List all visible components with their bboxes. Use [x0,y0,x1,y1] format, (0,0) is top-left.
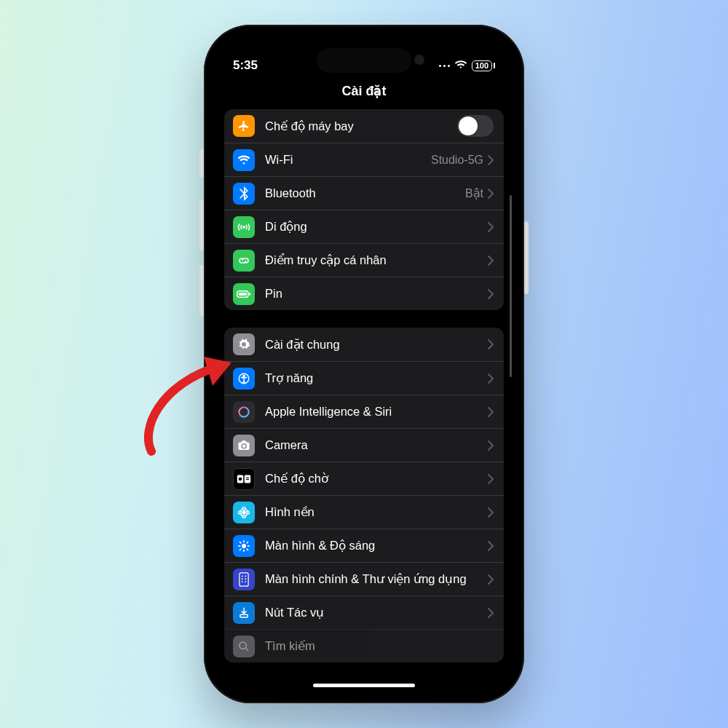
chevron-right-icon [488,474,494,484]
side-button-silent [199,149,204,178]
row-search[interactable]: Tìm kiếm [224,629,504,662]
brightness-icon [233,535,255,557]
chevron-right-icon [488,407,494,417]
battery-text: 100 [472,60,492,71]
gear-icon [233,333,255,355]
chevron-right-icon [488,155,494,165]
battery-icon [233,283,255,305]
svg-point-26 [242,581,243,582]
row-action-button[interactable]: Nút Tác vụ [224,596,504,629]
row-label: Apple Intelligence & Siri [265,405,488,419]
svg-rect-28 [240,614,248,617]
row-label: Tìm kiếm [265,639,494,653]
svg-point-11 [239,477,242,480]
chevron-right-icon [488,373,494,384]
siri-icon [233,401,255,423]
row-label: Màn hình & Độ sáng [265,539,488,553]
accessibility-icon [233,368,255,389]
standby-icon [233,468,255,490]
row-wifi[interactable]: Wi-Fi Studio-5G [224,143,504,176]
chevron-right-icon [488,339,494,349]
row-label: Di động [265,220,488,234]
svg-point-20 [242,544,246,548]
svg-rect-13 [246,479,249,480]
svg-point-27 [245,581,246,582]
link-icon [233,250,255,272]
row-detail: Studio-5G [431,154,483,167]
bluetooth-icon [233,183,255,205]
status-extra-icon [439,65,450,67]
row-bluetooth[interactable]: Bluetooth Bật [224,176,504,210]
svg-point-22 [242,575,243,577]
chevron-right-icon [488,507,494,518]
svg-point-14 [242,510,246,514]
chevron-right-icon [488,289,494,299]
antenna-icon [233,216,255,238]
svg-point-0 [243,226,245,227]
row-label: Trợ năng [265,371,488,385]
camera-icon [233,435,255,456]
row-home-screen[interactable]: Màn hình chính & Thư viện ứng dụng [224,562,504,596]
row-label: Bluetooth [265,186,465,200]
row-airplane-mode[interactable]: Chế độ máy bay [224,109,504,143]
row-label: Chế độ chờ [265,472,488,486]
wifi-icon [233,149,255,171]
svg-rect-21 [240,572,248,585]
settings-group-connectivity: Chế độ máy bay Wi-Fi Studio-5G Bluetooth [224,109,504,310]
side-button-vol-up [199,199,204,250]
battery-status: 100 [472,60,495,71]
chevron-right-icon [488,189,494,199]
chevron-right-icon [488,440,494,451]
svg-point-29 [240,642,246,649]
chevron-right-icon [488,574,494,585]
scrollbar[interactable] [510,195,512,377]
svg-point-23 [245,575,246,577]
airplane-icon [233,115,255,137]
chevron-right-icon [488,256,494,266]
svg-point-24 [242,578,243,579]
row-label: Chế độ máy bay [265,119,457,133]
row-label: Pin [265,287,488,301]
svg-rect-3 [249,293,250,295]
row-label: Điểm truy cập cá nhân [265,253,488,267]
row-detail: Bật [465,186,483,200]
row-standby[interactable]: Chế độ chờ [224,462,504,495]
row-label: Hình nền [265,505,488,519]
home-indicator[interactable] [313,684,415,687]
airplane-toggle[interactable] [457,115,494,137]
row-display-brightness[interactable]: Màn hình & Độ sáng [224,529,504,562]
svg-rect-2 [239,292,247,295]
settings-scroll[interactable]: Chế độ máy bay Wi-Fi Studio-5G Bluetooth [214,109,514,693]
side-button-power [524,221,529,294]
side-button-vol-down [199,265,204,316]
status-time: 5:35 [233,58,258,73]
wallpaper-icon [233,502,255,523]
row-siri[interactable]: Apple Intelligence & Siri [224,395,504,428]
svg-point-25 [245,578,246,579]
chevron-right-icon [488,222,494,232]
dynamic-island [317,48,411,73]
row-wallpaper[interactable]: Hình nền [224,495,504,529]
row-label: Cài đặt chung [265,338,488,352]
chevron-right-icon [488,608,494,618]
row-personal-hotspot[interactable]: Điểm truy cập cá nhân [224,243,504,277]
row-accessibility[interactable]: Trợ năng [224,361,504,395]
row-camera[interactable]: Camera [224,428,504,462]
wifi-status-icon [454,58,467,73]
svg-rect-12 [246,477,249,478]
chevron-right-icon [488,541,494,551]
page-title: Cài đặt [214,77,514,109]
phone-frame: 5:35 100 Cài đặt Chế độ máy [204,25,524,703]
homescreen-icon [233,569,255,590]
row-cellular[interactable]: Di động [224,210,504,243]
settings-group-general: Cài đặt chung Trợ năng Apple Intelligenc… [224,328,504,662]
row-label: Màn hình chính & Thư viện ứng dụng [265,572,488,586]
row-label: Wi-Fi [265,153,431,167]
row-label: Nút Tác vụ [265,606,488,620]
search-icon [233,636,255,657]
svg-point-5 [243,375,245,376]
row-general[interactable]: Cài đặt chung [224,328,504,361]
row-battery[interactable]: Pin [224,277,504,310]
row-label: Camera [265,438,488,452]
action-icon [233,602,255,624]
